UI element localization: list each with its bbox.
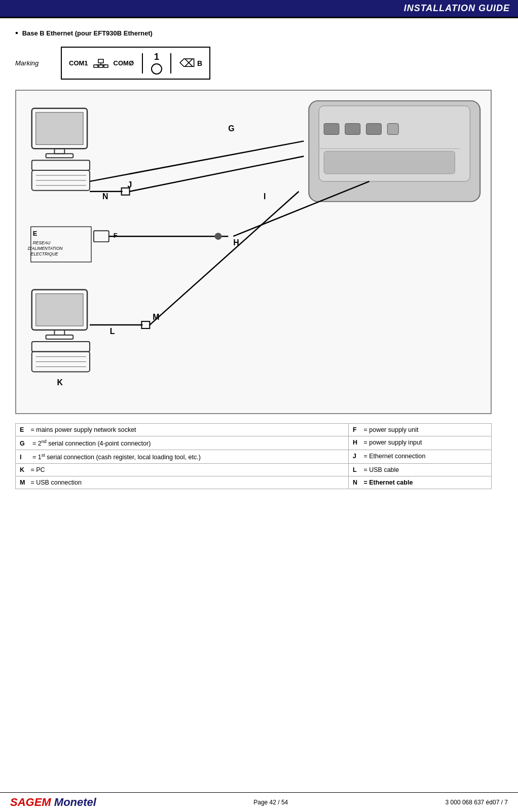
- svg-rect-4: [99, 65, 103, 67]
- svg-rect-13: [324, 151, 455, 174]
- legend-cell-m-key: M = USB connection: [16, 476, 349, 489]
- legend-row-5: M = USB connection N = Ethernet cable: [16, 476, 492, 489]
- svg-text:N: N: [102, 192, 108, 201]
- svg-rect-16: [54, 149, 64, 154]
- diagram-svg: N J I G E F H: [16, 91, 491, 413]
- svg-rect-18: [32, 160, 90, 170]
- legend-row-2: G = 2nd serial connection (4-point conne…: [16, 436, 492, 450]
- page-footer: SAGEM Monetel Page 42 / 54 3 000 068 637…: [0, 792, 518, 812]
- svg-text:E: E: [33, 230, 38, 237]
- svg-line-38: [233, 181, 369, 236]
- svg-rect-9: [345, 124, 360, 135]
- legend-table: E = mains power supply network socket F …: [15, 423, 492, 489]
- network-icon: [93, 58, 108, 68]
- number-symbol: 1: [151, 52, 162, 75]
- svg-text:D'ALIMENTATION: D'ALIMENTATION: [28, 246, 63, 251]
- diagram-box: N J I G E F H: [15, 90, 492, 414]
- svg-line-51: [150, 192, 299, 325]
- svg-rect-17: [46, 154, 73, 158]
- svg-rect-40: [36, 293, 83, 326]
- svg-line-25: [130, 156, 304, 192]
- svg-rect-33: [94, 231, 109, 242]
- section-title: Base B Ethernet (pour EFT930B Ethernet): [15, 28, 503, 38]
- svg-text:ELECTRIQUE: ELECTRIQUE: [31, 251, 58, 256]
- svg-rect-5: [104, 65, 108, 67]
- legend-cell-e-key: E = mains power supply network socket: [16, 424, 349, 436]
- legend-cell-j-key: J = Ethernet connection: [348, 450, 491, 464]
- b-label: B: [197, 59, 202, 67]
- svg-rect-42: [46, 335, 73, 339]
- svg-text:L: L: [110, 327, 115, 336]
- svg-rect-8: [324, 124, 339, 135]
- circle-symbol: [151, 63, 162, 75]
- svg-text:F: F: [114, 232, 118, 239]
- one-symbol: 1: [154, 52, 159, 62]
- svg-rect-24: [122, 188, 130, 195]
- svg-line-30: [90, 141, 304, 181]
- marking-label: Marking: [15, 59, 51, 67]
- usb-area: ⌫ B: [179, 57, 202, 70]
- footer-ref: 3 000 068 637 éd07 / 7: [446, 799, 508, 806]
- svg-text:J: J: [128, 180, 132, 189]
- svg-rect-41: [54, 330, 64, 335]
- network-svg: [93, 58, 108, 68]
- svg-rect-10: [366, 124, 382, 135]
- marking-box: COM1 COMØ 1: [61, 47, 210, 80]
- com0-label: COMØ: [114, 59, 134, 67]
- svg-text:RESEAU: RESEAU: [33, 240, 51, 245]
- svg-rect-43: [32, 342, 90, 352]
- svg-text:G: G: [228, 124, 234, 133]
- legend-cell-k-key: K = PC: [16, 464, 349, 476]
- svg-rect-0: [98, 59, 103, 63]
- marking-divider: [142, 53, 143, 73]
- page-header: INSTALLATION GUIDE: [0, 0, 518, 18]
- legend-cell-i-key: I = 1st serial connection (cash register…: [16, 450, 349, 464]
- legend-cell-g-key: G = 2nd serial connection (4-point conne…: [16, 436, 349, 450]
- svg-text:I: I: [264, 192, 266, 201]
- svg-rect-15: [36, 113, 83, 145]
- usb-symbol: ⌫: [179, 57, 195, 70]
- footer-page: Page 42 / 54: [253, 799, 288, 806]
- svg-rect-3: [94, 65, 98, 67]
- header-title: INSTALLATION GUIDE: [404, 3, 510, 13]
- legend-cell-h-key: H = power supply input: [348, 436, 491, 450]
- footer-logo: SAGEM Monetel: [10, 796, 96, 809]
- legend-row-4: K = PC L = USB cable: [16, 464, 492, 476]
- svg-text:K: K: [57, 378, 63, 387]
- legend-cell-f-key: F = power supply unit: [348, 424, 491, 436]
- svg-rect-11: [387, 124, 398, 135]
- svg-point-36: [214, 233, 221, 240]
- marking-row: Marking COM1 COMØ 1: [15, 47, 503, 80]
- legend-cell-n-key: N = Ethernet cable: [348, 476, 491, 489]
- legend-row-3: I = 1st serial connection (cash register…: [16, 450, 492, 464]
- legend-cell-l-key: L = USB cable: [348, 464, 491, 476]
- svg-text:M: M: [153, 313, 159, 321]
- svg-rect-50: [141, 321, 150, 328]
- legend-row-1: E = mains power supply network socket F …: [16, 424, 492, 436]
- marking-divider2: [170, 53, 171, 73]
- page-content: Base B Ethernet (pour EFT930B Ethernet) …: [0, 18, 518, 514]
- com1-label: COM1: [69, 59, 88, 67]
